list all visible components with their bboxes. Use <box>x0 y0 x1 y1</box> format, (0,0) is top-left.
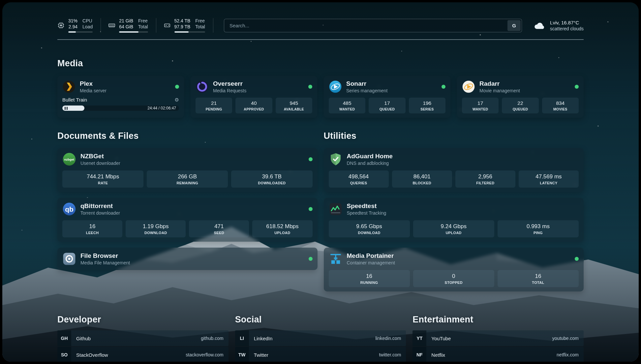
app-name: Media Portainer <box>347 252 395 259</box>
filebrowser-icon <box>62 252 76 266</box>
bookmark-name: LinkedIn <box>254 336 273 341</box>
pause-icon[interactable] <box>65 107 68 110</box>
stat-value: 16 <box>499 273 578 280</box>
stat-value: 2,956 <box>456 173 514 180</box>
stat: 16RUNNING <box>329 270 410 287</box>
portainer-icon <box>329 252 343 266</box>
sonarr-stats: 485WANTED 17QUEUED 196SERIES <box>329 98 445 113</box>
disk-total: 97.9 TB <box>174 24 191 29</box>
bookmark-url: linkedin.com <box>376 336 401 341</box>
speedtest-card[interactable]: Speedtest Speedtest Tracking 9.65 GbpsDO… <box>324 198 584 242</box>
stat-label: SEED <box>190 231 248 235</box>
speedtest-header: Speedtest Speedtest Tracking <box>329 202 579 216</box>
ram-progress-bar <box>119 31 148 33</box>
ram-total: 64 GiB <box>119 24 133 29</box>
speedtest-stats: 9.65 GbpsDOWNLOAD 9.24 GbpsUPLOAD 0.993 … <box>329 220 579 237</box>
qbittorrent-icon: qb <box>62 202 76 216</box>
bookmark-stackoverflow[interactable]: SO StackOverflow stackoverflow.com <box>57 347 229 362</box>
stat-value: 39.6 TB <box>232 173 311 180</box>
bookmark-name: YouTube <box>431 336 451 341</box>
stat-value: 16 <box>63 223 121 230</box>
app-name: AdGuard Home <box>347 153 393 160</box>
stat-label: QUEUED <box>503 107 538 111</box>
qbittorrent-card[interactable]: qb qBittorrent Torrent downloader 16LEEC… <box>57 198 318 242</box>
stat: 471SEED <box>189 220 249 237</box>
app-subtitle: Container management <box>347 260 395 265</box>
cpu-icon <box>57 22 65 29</box>
overseerr-stats: 21PENDING 40APPROVED 945AVAILABLE <box>196 98 312 113</box>
stat: 0STOPPED <box>413 270 494 287</box>
stat-label: PING <box>499 231 578 235</box>
stat-value: 485 <box>329 100 365 106</box>
stat-label: TOTAL <box>499 281 578 285</box>
ram-free: 21 GiB <box>119 18 133 23</box>
bookmark-github[interactable]: GH Github github.com <box>57 330 229 346</box>
stat-label: RATE <box>63 181 142 185</box>
portainer-card[interactable]: Media Portainer Container management 16R… <box>324 248 584 291</box>
stat: 834MOVIES <box>542 98 579 113</box>
overseerr-icon <box>196 80 209 93</box>
plex-card[interactable]: Plex Media server Bullet Train ⚙ 24:44 /… <box>57 76 184 118</box>
weather-location: Lviv, 16.87°C <box>550 20 584 25</box>
stat-value: 744.21 Mbps <box>63 173 142 180</box>
stat-value: 40 <box>236 100 271 106</box>
bookmark-url: stackoverflow.com <box>186 352 223 357</box>
section-title-utilities: Utilities <box>324 131 584 141</box>
stat-label: QUERIES <box>330 181 388 185</box>
app-name: qBittorrent <box>80 202 120 210</box>
cpu-label: CPU <box>82 18 92 23</box>
stat-label: BLOCKED <box>393 181 451 185</box>
gear-icon[interactable]: ⚙ <box>175 97 179 102</box>
stat-label: STOPPED <box>414 281 493 285</box>
playback-progress-bar[interactable]: 24:44 / 02:06:47 <box>62 106 179 111</box>
nzbget-card[interactable]: nzbget NZBGet Usenet downloader 744.21 M… <box>57 148 318 192</box>
bookmark-twitter[interactable]: TW Twitter twitter.com <box>235 347 406 362</box>
stat-label: QUEUED <box>369 107 405 111</box>
stat-value: 945 <box>276 100 312 106</box>
stat-label: MOVIES <box>543 107 578 111</box>
stat: 2,956FILTERED <box>455 170 515 188</box>
app-name: File Browser <box>80 252 130 259</box>
stat-label: DOWNLOAD <box>330 231 409 235</box>
dashboard-screen: 31% 2.94 CPU Load <box>2 2 639 362</box>
status-dot <box>308 85 312 89</box>
overseerr-card[interactable]: Overseerr Media Requests 21PENDING 40APP… <box>191 76 317 118</box>
bookmark-linkedin[interactable]: LI LinkedIn linkedin.com <box>235 330 406 346</box>
cpu-widget: 31% 2.94 CPU Load <box>57 18 101 33</box>
bookmark-netflix[interactable]: NF Netflix netflix.com <box>412 347 584 362</box>
cpu-percent: 31% <box>68 18 77 23</box>
bookmark-url: youtube.com <box>552 336 579 341</box>
search-engine-button[interactable]: G <box>507 20 521 31</box>
stat: 0.993 msPING <box>498 220 579 237</box>
disk-widget: 52.4 TB 97.9 TB Free Total <box>164 18 213 33</box>
stat: 21PENDING <box>196 98 232 113</box>
adguard-card[interactable]: AdGuard Home DNS and adblocking 498,564Q… <box>324 148 584 192</box>
svg-text:qb: qb <box>65 205 74 213</box>
stat-value: 834 <box>543 100 578 106</box>
bookmark-badge: LI <box>235 330 249 346</box>
bookmark-url: twitter.com <box>379 352 401 357</box>
radarr-card[interactable]: Radarr Movie management 17WANTED 22QUEUE… <box>457 76 584 118</box>
stat: 16LEECH <box>62 220 122 237</box>
stat-label: DOWNLOAD <box>127 231 185 235</box>
stat-label: APPROVED <box>236 107 271 111</box>
search-input[interactable] <box>225 23 507 28</box>
stat-value: 17 <box>463 100 498 106</box>
app-subtitle: Media Requests <box>213 88 246 93</box>
bookmark-badge: TW <box>235 347 249 362</box>
app-name: Overseerr <box>213 80 246 87</box>
bookmark-url: github.com <box>201 336 223 341</box>
stat-label: DOWNLOADED <box>232 181 311 185</box>
top-bar: 31% 2.94 CPU Load <box>57 14 584 37</box>
bookmark-youtube[interactable]: YT YouTube youtube.com <box>412 330 584 346</box>
stat-value: 498,564 <box>330 173 388 180</box>
speedtest-icon <box>329 202 343 216</box>
filebrowser-card[interactable]: File Browser Media File Management <box>57 248 318 270</box>
stat: 40APPROVED <box>235 98 272 113</box>
app-subtitle: Torrent downloader <box>80 210 120 216</box>
stat-value: 16 <box>330 273 409 280</box>
sonarr-card[interactable]: Sonarr Series management 485WANTED 17QUE… <box>324 76 450 118</box>
section-entertainment: Entertainment YT YouTube youtube.com NF … <box>412 315 584 362</box>
app-subtitle: Series management <box>346 88 387 93</box>
section-developer: Developer GH Github github.com SO StackO… <box>57 315 229 362</box>
